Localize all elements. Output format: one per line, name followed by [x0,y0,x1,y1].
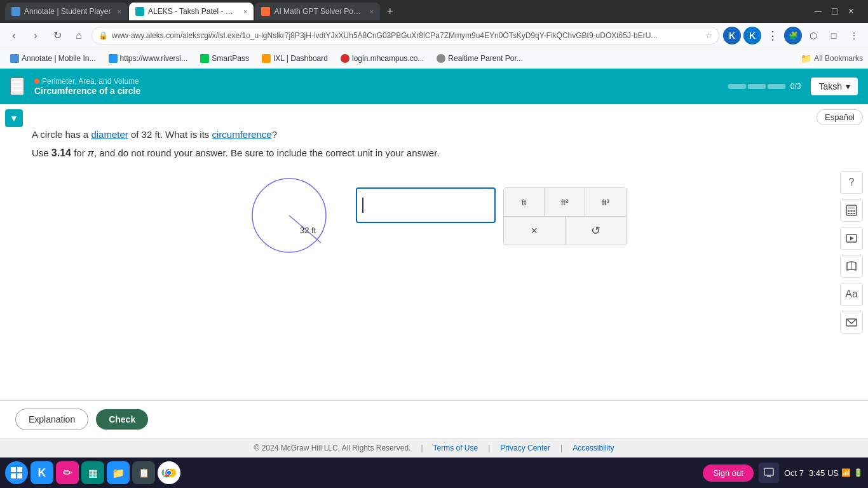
mail-button[interactable] [840,311,863,334]
unit-ft3[interactable]: ft³ [585,188,626,216]
windows-icon [10,466,23,479]
chevron-down-icon: ▾ [846,81,850,92]
collapse-button[interactable]: ▼ [5,109,23,127]
screen-icon [764,468,774,478]
topic-dot [34,79,39,84]
nav-extra-2[interactable]: □ [825,27,843,44]
video-button[interactable] [840,227,863,250]
calculator-button[interactable] [840,199,863,222]
circumference-link[interactable]: circumference [212,129,271,140]
taskbar-meet-icon[interactable]: ▦ [81,461,104,484]
back-button[interactable]: ‹ [5,27,23,44]
security-icon: 🔒 [98,31,108,40]
svg-rect-7 [848,213,850,214]
unit-ft2[interactable]: ft² [545,188,585,216]
diameter-link[interactable]: diameter [91,129,128,140]
unit-ft[interactable]: ft [504,188,545,216]
nav-bar: ‹ › ↻ ⌂ 🔒 www-awy.aleks.com/alekscgi/x/l… [0,23,868,48]
address-bar[interactable]: 🔒 www-awy.aleks.com/alekscgi/x/lsl.exe/1… [92,27,719,44]
progress-seg-2 [748,84,766,89]
explanation-button[interactable]: Explanation [15,409,88,430]
question-body: 32 ft ft ft² ft³ [32,174,843,259]
wifi-icon: 📶 [841,468,851,477]
maximize-button[interactable]: □ [828,4,842,18]
book-button[interactable] [840,255,863,278]
svg-rect-21 [764,468,773,475]
video-icon [845,232,858,245]
svg-rect-14 [11,467,16,472]
svg-rect-6 [853,210,855,212]
taskbar-date: Oct 7 [784,468,804,478]
terms-link[interactable]: Terms of Use [433,444,478,452]
font-button[interactable]: Aa [840,283,863,306]
unit-selector: ft ft² ft³ × ↺ [503,187,627,245]
aleks-app: ☰ Perimeter, Area, and Volume Circumfere… [0,69,868,458]
notification-icon[interactable] [759,463,779,483]
bookmark-smartpass[interactable]: SmartPass [195,53,254,64]
help-button[interactable]: ? [840,171,863,194]
topic-label: Perimeter, Area, and Volume [34,77,718,86]
calculator-icon [845,204,858,217]
taskbar-k-icon[interactable]: K [31,461,53,484]
taskbar-docs-icon[interactable]: 📋 [132,461,155,484]
aleks-header: ☰ Perimeter, Area, and Volume Circumfere… [0,69,868,104]
svg-marker-11 [850,236,854,240]
espanol-button[interactable]: Español [817,109,863,125]
question-container: ▼ Español A circle has a diameter of 32 … [0,104,868,400]
svg-rect-8 [851,213,853,214]
undo-button[interactable]: ↺ [566,217,627,245]
bookmark-riverside[interactable]: https://www.riversi... [104,53,193,64]
nav-extra-1[interactable]: ⬡ [804,27,822,44]
extensions-button[interactable]: K [723,27,741,44]
question-hint: Use 3.14 for π, and do not round your an… [32,147,843,159]
answer-input[interactable] [356,187,496,223]
bookmarks-bar: Annotate | Mobile In... https://www.rive… [0,48,868,69]
aleks-footer: © 2024 McGraw Hill LLC. All Rights Reser… [0,438,868,458]
tab-aleks[interactable]: ALEKS - Taksh Patel - Learn × [129,3,254,20]
taskbar-annotate-icon[interactable]: ✏ [56,461,79,484]
battery-icon: 🔋 [853,468,863,477]
tab-bar: Annotate | Student Player × ALEKS - Taks… [0,0,868,23]
accessibility-link[interactable]: Accessibility [573,444,614,452]
hamburger-menu[interactable]: ☰ [10,78,24,95]
profile-button[interactable]: K [743,27,761,44]
svg-rect-16 [11,473,16,478]
browser-window: Annotate | Student Player × ALEKS - Taks… [0,0,868,458]
bookmark-mhcampus[interactable]: login.mhcampus.co... [336,53,429,64]
check-button[interactable]: Check [96,409,148,430]
tab-ai-math[interactable]: AI Math GPT Solver Powered b... × [255,3,379,20]
taskbar-time: 3:45 US [809,468,839,478]
new-tab-button[interactable]: + [381,3,399,20]
clear-button[interactable]: × [504,217,566,245]
book-icon [845,260,858,273]
extensions-2-button[interactable]: 🧩 [784,27,802,44]
svg-rect-3 [848,207,855,209]
home-button[interactable]: ⌂ [70,27,88,44]
taskbar-files-icon[interactable]: 📁 [107,461,130,484]
taskbar-chrome-icon[interactable] [158,461,180,484]
progress-seg-3 [768,84,785,89]
sign-out-button[interactable]: Sign out [703,464,754,482]
bookmark-realtime[interactable]: Realtime Parent Por... [431,53,527,64]
privacy-link[interactable]: Privacy Center [500,444,550,452]
close-button[interactable]: × [844,4,858,18]
taskbar-start-button[interactable] [5,461,28,484]
user-menu-button[interactable]: Taksh ▾ [811,78,858,95]
subtopic-label: Circumference of a circle [34,86,718,96]
all-bookmarks-button[interactable]: 📁 All Bookmarks [801,53,863,64]
bookmark-annotate-mobile[interactable]: Annotate | Mobile In... [5,53,101,64]
circle-diagram: 32 ft [248,174,330,259]
reload-button[interactable]: ↻ [48,27,66,44]
star-icon[interactable]: ☆ [705,31,712,40]
tab-annotate[interactable]: Annotate | Student Player × [5,3,128,20]
svg-rect-17 [17,473,22,478]
menu-button[interactable]: ⋮ [764,27,782,44]
circle-svg: 32 ft [248,174,330,257]
svg-rect-9 [853,213,855,214]
minimize-button[interactable]: ─ [811,4,825,18]
nav-extra-3[interactable]: ⋮ [845,27,863,44]
question-footer: Explanation Check [0,400,868,438]
taskbar-sys-tray: 3:45 US 📶 🔋 [809,468,863,478]
forward-button[interactable]: › [27,27,44,44]
bookmark-ixl[interactable]: IXL | Dashboard [257,53,333,64]
